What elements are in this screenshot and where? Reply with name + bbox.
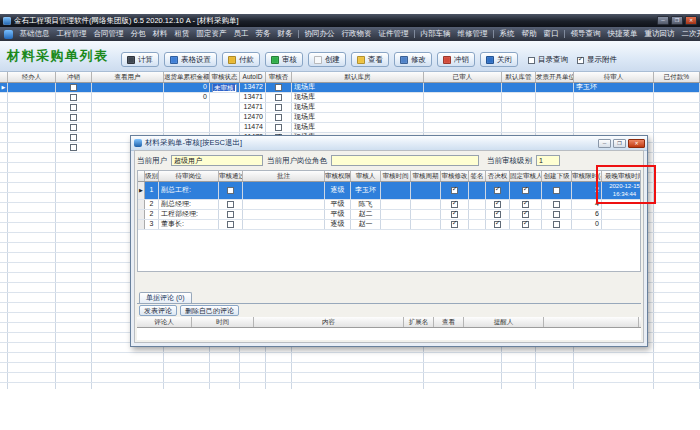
create-button[interactable]: 创建: [308, 52, 346, 67]
menu-item[interactable]: 二次开发: [678, 27, 700, 41]
dialog-minimize-icon[interactable]: ─: [598, 139, 611, 148]
column-header[interactable]: 审核人: [351, 171, 381, 181]
row-checkbox[interactable]: [227, 211, 234, 218]
menu-item[interactable]: 重访回访: [641, 27, 678, 41]
menu-item[interactable]: 窗口: [540, 27, 562, 41]
calculate-button[interactable]: 计算: [121, 52, 159, 67]
payment-button[interactable]: 付款: [222, 52, 260, 67]
column-header[interactable]: [544, 317, 639, 327]
menu-item[interactable]: 合同管理: [90, 27, 127, 41]
menu-item[interactable]: 基础信息: [16, 27, 53, 41]
column-header[interactable]: 时间: [192, 317, 254, 327]
column-header[interactable]: 经办人: [8, 72, 56, 82]
close-icon[interactable]: ✕: [685, 16, 697, 25]
row-checkbox[interactable]: [451, 221, 458, 228]
menu-item[interactable]: 员工: [230, 27, 252, 41]
column-header[interactable]: 提醒人: [464, 317, 544, 327]
column-header[interactable]: 已付款%: [654, 72, 700, 82]
inline-edit-cell[interactable]: 未审核: [212, 84, 237, 93]
modify-button[interactable]: 修改: [394, 52, 432, 67]
table-row[interactable]: 2副总经理:平级陈飞4: [138, 200, 640, 210]
row-checkbox[interactable]: [227, 221, 234, 228]
view-button[interactable]: 查看: [351, 52, 389, 67]
column-header[interactable]: 审核限时(小时): [572, 171, 602, 181]
maximize-icon[interactable]: ❐: [671, 16, 683, 25]
column-header[interactable]: 待审岗位: [159, 171, 219, 181]
close-list-button[interactable]: 关闭: [480, 52, 518, 67]
menu-item[interactable]: 证件管理: [375, 27, 412, 41]
table-row[interactable]: ▶0未审核13472现场库李玉环: [0, 83, 700, 93]
column-header[interactable]: 冲销: [56, 72, 92, 82]
column-header[interactable]: [0, 72, 8, 82]
menu-item[interactable]: 固定资产: [193, 27, 230, 41]
directory-query-checkbox[interactable]: 目录查询: [528, 55, 568, 65]
column-header[interactable]: 否决权: [486, 171, 510, 181]
show-attachment-checkbox[interactable]: 显示附件: [577, 55, 617, 65]
column-header[interactable]: 审核时间: [381, 171, 411, 181]
row-checkbox[interactable]: [451, 187, 458, 194]
row-checkbox[interactable]: [553, 187, 560, 194]
column-header[interactable]: 待审人: [574, 72, 654, 82]
row-checkbox[interactable]: [275, 94, 282, 101]
column-header[interactable]: 默认库房: [292, 72, 424, 82]
column-header[interactable]: AutoID: [240, 72, 266, 82]
row-checkbox[interactable]: [553, 211, 560, 218]
menu-item[interactable]: 租赁: [171, 27, 193, 41]
comment-button[interactable]: 发表评论: [139, 305, 177, 316]
menu-item[interactable]: 工程管理: [53, 27, 90, 41]
column-header[interactable]: 评论人: [137, 317, 192, 327]
column-header[interactable]: 审核权限: [325, 171, 351, 181]
row-checkbox[interactable]: [522, 187, 529, 194]
column-header[interactable]: 查看用户: [92, 72, 164, 82]
table-row[interactable]: 11474现场库: [0, 123, 700, 133]
row-checkbox[interactable]: [70, 94, 77, 101]
column-header[interactable]: [138, 171, 145, 181]
column-header[interactable]: 发票开具单位: [536, 72, 574, 82]
reverse-button[interactable]: 冲销: [437, 52, 475, 67]
column-header[interactable]: 审核否: [266, 72, 292, 82]
column-header[interactable]: 退货单累积金额: [164, 72, 210, 82]
menu-item[interactable]: 领导查询: [567, 27, 604, 41]
row-checkbox[interactable]: [70, 144, 77, 151]
row-checkbox[interactable]: [227, 201, 234, 208]
row-checkbox[interactable]: [70, 84, 77, 91]
menu-item[interactable]: 快捷菜单: [604, 27, 641, 41]
comment-button[interactable]: 删除自己的评论: [180, 305, 239, 316]
column-header[interactable]: 创建下级: [542, 171, 572, 181]
menu-item[interactable]: 分包: [127, 27, 149, 41]
row-checkbox[interactable]: [522, 221, 529, 228]
row-checkbox[interactable]: [553, 201, 560, 208]
column-header[interactable]: 默认库管: [502, 72, 536, 82]
column-header[interactable]: 已审人: [424, 72, 502, 82]
menu-item[interactable]: 财务: [274, 27, 296, 41]
column-header[interactable]: 最晚审核时间: [602, 171, 640, 181]
row-checkbox[interactable]: [275, 114, 282, 121]
comments-tab[interactable]: 单据评论 (0): [139, 292, 192, 303]
dialog-maximize-icon[interactable]: ❐: [613, 139, 626, 148]
column-header[interactable]: 内容: [254, 317, 404, 327]
row-checkbox[interactable]: [553, 221, 560, 228]
row-checkbox[interactable]: [522, 201, 529, 208]
menu-item[interactable]: 协同办公: [301, 27, 338, 41]
row-checkbox[interactable]: [275, 84, 282, 91]
menu-item[interactable]: 帮助: [518, 27, 540, 41]
column-header[interactable]: 签名: [469, 171, 486, 181]
menu-item[interactable]: 系统: [496, 27, 518, 41]
row-checkbox[interactable]: [494, 211, 501, 218]
menu-item[interactable]: 劳务: [252, 27, 274, 41]
audit-button[interactable]: 审核: [265, 52, 303, 67]
row-checkbox[interactable]: [451, 201, 458, 208]
dialog-title-bar[interactable]: 材料采购单-审核[按ESC退出] ─ ❐ ✕: [131, 136, 647, 151]
row-checkbox[interactable]: [494, 201, 501, 208]
row-checkbox[interactable]: [494, 187, 501, 194]
current-user-field[interactable]: 超级用户: [171, 155, 263, 166]
row-checkbox[interactable]: [70, 134, 77, 141]
table-row[interactable]: 12471现场库: [0, 103, 700, 113]
dialog-close-icon[interactable]: ✕: [628, 139, 645, 148]
minimize-icon[interactable]: ─: [657, 16, 669, 25]
column-header[interactable]: 审核修改: [441, 171, 469, 181]
row-checkbox[interactable]: [70, 124, 77, 131]
menu-item[interactable]: 内部车辆: [417, 27, 454, 41]
column-header[interactable]: 批注: [243, 171, 325, 181]
table-settings-button[interactable]: 表格设置: [164, 52, 217, 67]
